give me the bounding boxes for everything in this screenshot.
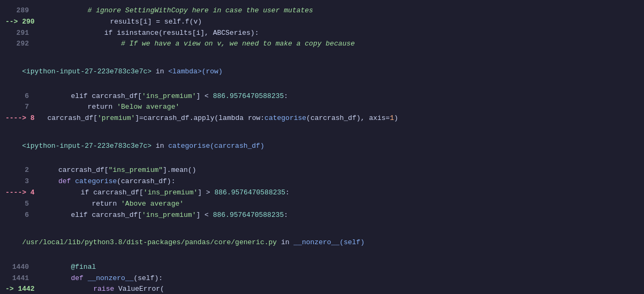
line-1441: 1441 def __nonzero__(self):	[0, 273, 644, 284]
line-num-3: 3	[5, 176, 37, 187]
section-header-4: /usr/local/lib/python3.8/dist-packages/p…	[0, 224, 644, 261]
header-4-in: in	[277, 238, 293, 246]
section-header-2: <ipython-input-27-223e783c3e7c> in <lamb…	[0, 53, 644, 91]
line-289: 289 # ignore SettingWithCopy here in cas…	[0, 5, 644, 17]
line-290: --> 290 results[i] = self.f(v)	[0, 17, 644, 28]
line-content-291: if isinstance(results[i], ABCSeries):	[37, 28, 639, 39]
line-num-290: --> 290	[5, 17, 43, 28]
header-2-func: <lambda>(row)	[168, 67, 222, 76]
line-content-1442: raise ValueError(	[43, 284, 639, 294]
traceback-block-1: 289 # ignore SettingWithCopy here in cas…	[0, 5, 644, 50]
line-content-2: carcrash_df["ins_premium"].mean()	[37, 165, 639, 176]
line-num-289: 289	[5, 5, 37, 17]
traceback-block-4: 1440 @final 1441 def __nonzero__(self): …	[0, 262, 644, 294]
line-num-6b: 6	[5, 210, 37, 221]
line-6b: 6 elif carcrash_df['ins_premium'] < 886.…	[0, 210, 644, 221]
line-1442: -> 1442 raise ValueError(	[0, 284, 644, 294]
line-content-4: if carcrash_df['ins_premium'] > 886.9576…	[43, 187, 639, 199]
line-content-1440: @final	[37, 262, 639, 273]
header-2-in: in	[151, 67, 168, 76]
line-content-3: def categorise(carcrash_df):	[37, 176, 639, 187]
line-content-5: return 'Above average'	[37, 199, 639, 210]
line-content-290: results[i] = self.f(v)	[43, 17, 639, 28]
traceback-block-3: 2 carcrash_df["ins_premium"].mean() 3 de…	[0, 165, 644, 221]
line-num-5: 5	[5, 199, 37, 210]
line-4: ----> 4 if carcrash_df['ins_premium'] > …	[0, 187, 644, 199]
line-num-291: 291	[5, 28, 37, 39]
line-8: ----> 8 carcrash_df['premium']=carcrash_…	[0, 113, 644, 124]
section-header-3: <ipython-input-27-223e783c3e7c> in categ…	[0, 127, 644, 165]
line-2: 2 carcrash_df["ins_premium"].mean()	[0, 165, 644, 176]
line-num-292: 292	[5, 39, 37, 50]
line-content-1441: def __nonzero__(self):	[37, 273, 639, 284]
line-292: 292 # If we have a view on v, we need to…	[0, 39, 644, 50]
line-content-292: # If we have a view on v, we need to mak…	[37, 39, 639, 50]
header-4-filepath: /usr/local/lib/python3.8/dist-packages/p…	[22, 238, 277, 246]
line-num-2: 2	[5, 165, 37, 176]
line-content-6a: elif carcrash_df['ins_premium'] < 886.95…	[37, 91, 639, 102]
line-5: 5 return 'Above average'	[0, 199, 644, 210]
header-4-func: __nonzero__(self)	[293, 238, 365, 246]
line-content-6b: elif carcrash_df['ins_premium'] < 886.95…	[37, 210, 639, 221]
line-num-7a: 7	[5, 102, 37, 113]
line-291: 291 if isinstance(results[i], ABCSeries)…	[0, 28, 644, 39]
line-num-1440: 1440	[5, 262, 37, 273]
header-2-file: <ipython-input-27-223e783c3e7c>	[22, 67, 151, 76]
line-content-7a: return 'Below average'	[37, 102, 639, 113]
line-7a: 7 return 'Below average'	[0, 102, 644, 113]
line-num-1441: 1441	[5, 273, 37, 284]
traceback-block-2: 6 elif carcrash_df['ins_premium'] < 886.…	[0, 91, 644, 124]
header-3-file: <ipython-input-27-223e783c3e7c>	[22, 142, 151, 150]
line-num-6a: 6	[5, 91, 37, 102]
line-num-8: ----> 8	[5, 113, 43, 124]
code-output: 289 # ignore SettingWithCopy here in cas…	[0, 0, 644, 294]
header-3-in: in	[151, 142, 168, 150]
header-3-func: categorise(carcrash_df)	[168, 142, 264, 150]
line-content-8: carcrash_df['premium']=carcrash_df.apply…	[43, 113, 639, 124]
line-3: 3 def categorise(carcrash_df):	[0, 176, 644, 187]
line-num-4: ----> 4	[5, 187, 43, 199]
line-6a: 6 elif carcrash_df['ins_premium'] < 886.…	[0, 91, 644, 102]
line-1440: 1440 @final	[0, 262, 644, 273]
line-content-289: # ignore SettingWithCopy here in case th…	[37, 5, 639, 17]
line-num-1442: -> 1442	[5, 284, 43, 294]
